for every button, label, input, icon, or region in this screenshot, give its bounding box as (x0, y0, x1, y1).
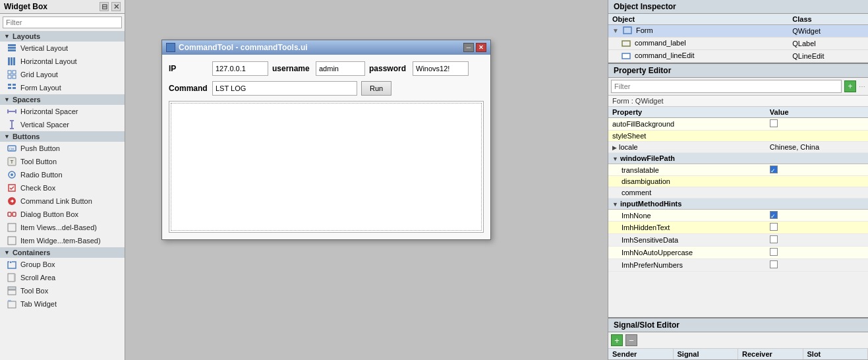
pt-val-imhprefernumbers[interactable] (766, 259, 868, 272)
section-spacers[interactable]: Spacers (0, 94, 125, 105)
canvas-area[interactable]: CommandTool - commandTools.ui ─ ✕ IP use… (125, 0, 608, 360)
pt-row-disambiguation[interactable]: disambiguation (608, 176, 868, 187)
pe-add-button[interactable]: + (844, 80, 856, 92)
pt-val-imhnone[interactable] (766, 210, 868, 222)
horizontal-spacer-icon (7, 106, 17, 117)
oi-row-command-lineedit[interactable]: command_lineEdit QLineEdit (608, 50, 868, 63)
widget-item-vertical-spacer[interactable]: Vertical Spacer (0, 118, 125, 131)
sse-col-slot: Slot (803, 349, 869, 359)
grid-layout-label: Grid Layout (20, 71, 58, 78)
oi-arrow-form: ▼ (612, 27, 619, 34)
widget-item-horizontal-layout[interactable]: Horizontal Layout (0, 55, 125, 68)
widget-item-dialog-button-box[interactable]: Dialog Button Box (0, 208, 125, 221)
sse-add-button[interactable]: + (611, 334, 623, 346)
qt-minimize-button[interactable]: ─ (463, 43, 474, 52)
sse-remove-button[interactable]: − (625, 334, 637, 346)
svg-rect-7 (13, 71, 16, 74)
widget-item-vertical-layout[interactable]: Vertical Layout (0, 42, 125, 55)
push-button-icon: OK (7, 143, 17, 154)
restore-button[interactable]: ⊟ (100, 2, 109, 11)
oi-row-command-label[interactable]: command_label QLabel (608, 38, 868, 50)
tool-button-label: Tool Button (20, 158, 57, 165)
section-spacers-label: Spacers (13, 96, 41, 104)
autofill-checkbox[interactable] (770, 119, 778, 127)
widget-item-push-button[interactable]: OK Push Button (0, 142, 125, 155)
password-input[interactable] (413, 61, 469, 76)
pt-val-translatable[interactable] (766, 164, 868, 176)
translatable-checkbox[interactable] (770, 165, 778, 173)
pe-filter-input[interactable] (611, 80, 842, 93)
widget-item-group-box[interactable]: ■ Group Box (0, 258, 125, 271)
pt-row-imhprefernumbers[interactable]: ImhPreferNumbers (608, 259, 868, 272)
pt-prop-imhhiddentext: ImhHiddenText (608, 222, 766, 234)
widget-item-command-link-button[interactable]: Command Link Button (0, 195, 125, 208)
imhhiddentext-checkbox[interactable] (770, 223, 778, 231)
widget-item-tool-button[interactable]: T Tool Button (0, 155, 125, 168)
widget-item-form-layout[interactable]: Form Layout (0, 81, 125, 94)
sse-col-receiver: Receiver (738, 349, 803, 359)
pt-val-comment[interactable] (766, 187, 868, 198)
pt-val-stylesheet[interactable] (766, 131, 868, 142)
pt-section-inputmethodhints[interactable]: ▼inputMethodHints (608, 198, 868, 210)
dialog-button-box-icon (7, 209, 17, 220)
object-inspector-header: Object Inspector (608, 0, 868, 14)
imhnoautouppercase-checkbox[interactable] (770, 248, 778, 256)
username-input[interactable] (316, 61, 365, 76)
pt-row-imhnoautouppercase[interactable]: ImhNoAutoUppercase (608, 247, 868, 259)
svg-rect-9 (13, 75, 16, 78)
imhsensitivedata-checkbox[interactable] (770, 235, 778, 243)
pt-row-locale[interactable]: ▶locale Chinese, China (608, 142, 868, 153)
widget-item-scroll-area[interactable]: Scroll Area (0, 271, 125, 284)
qt-titlebar: CommandTool - commandTools.ui ─ ✕ (162, 40, 490, 55)
pt-row-imhsensitivedata[interactable]: ImhSensitiveData (608, 234, 868, 247)
pt-row-stylesheet[interactable]: styleSheet (608, 131, 868, 142)
pt-row-comment[interactable]: comment (608, 187, 868, 198)
push-button-label: Push Button (20, 144, 60, 152)
radio-button-icon (7, 169, 17, 180)
widget-item-radio-button[interactable]: Radio Button (0, 168, 125, 181)
pt-val-imhhiddentext[interactable] (766, 222, 868, 234)
widget-item-tab-widget[interactable]: Tab Widget (0, 297, 125, 311)
pt-row-autofill[interactable]: autoFillBackground (608, 118, 868, 131)
widget-item-item-widgets[interactable]: Item Widge...tem-Based) (0, 234, 125, 247)
pt-val-disambiguation[interactable] (766, 176, 868, 187)
section-buttons[interactable]: Buttons (0, 131, 125, 142)
pt-val-imhsensitivedata[interactable] (766, 234, 868, 247)
svg-rect-6 (8, 71, 11, 74)
pt-val-autofill[interactable] (766, 118, 868, 131)
vertical-spacer-icon (7, 119, 17, 130)
widget-item-check-box[interactable]: Check Box (0, 181, 125, 195)
check-box-icon (7, 183, 17, 193)
form-layout-label: Form Layout (20, 84, 61, 92)
pt-row-translatable[interactable]: translatable (608, 164, 868, 176)
pt-section-windowfilepath[interactable]: ▼windowFilePath (608, 153, 868, 164)
widget-item-item-views[interactable]: Item Views...del-Based) (0, 221, 125, 234)
section-containers[interactable]: Containers (0, 247, 125, 258)
section-layouts[interactable]: Layouts (0, 31, 125, 42)
svg-rect-5 (13, 57, 15, 65)
qt-text-area[interactable] (169, 101, 484, 233)
pt-val-imhnoautouppercase[interactable] (766, 247, 868, 259)
form-icon (623, 26, 632, 36)
command-input[interactable] (212, 81, 357, 96)
ip-input[interactable] (212, 61, 268, 76)
run-button[interactable]: Run (361, 81, 391, 96)
widget-item-tool-box[interactable]: Tool Box (0, 284, 125, 297)
item-views-label: Item Views...del-Based) (20, 224, 97, 231)
svg-rect-42 (622, 41, 630, 46)
oi-row-form[interactable]: ▼ Form QWidget (608, 25, 868, 38)
horizontal-layout-label: Horizontal Layout (20, 57, 77, 65)
pt-row-imhnone[interactable]: ImhNone (608, 210, 868, 222)
object-inspector-table: Object Class ▼ Form QWidget command (608, 14, 868, 63)
qt-close-button[interactable]: ✕ (476, 43, 486, 52)
widget-box-filter-input[interactable] (3, 16, 122, 28)
sse-header: Signal/Slot Editor (608, 318, 868, 332)
imhprefernumbers-checkbox[interactable] (770, 260, 778, 268)
imhnone-checkbox[interactable] (770, 211, 778, 219)
widget-item-grid-layout[interactable]: Grid Layout (0, 68, 125, 81)
close-button[interactable]: ✕ (111, 2, 121, 11)
command-link-button-icon (7, 196, 17, 206)
locale-arrow[interactable]: ▶ (612, 144, 617, 151)
pt-row-imhhiddentext[interactable]: ImhHiddenText (608, 222, 868, 234)
widget-item-horizontal-spacer[interactable]: Horizontal Spacer (0, 105, 125, 118)
